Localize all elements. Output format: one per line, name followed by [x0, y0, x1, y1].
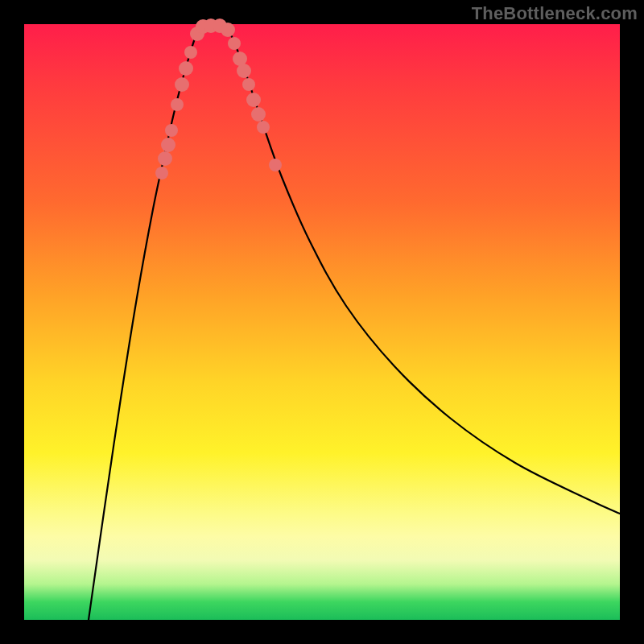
data-marker: [171, 98, 184, 111]
data-marker: [221, 23, 235, 37]
data-marker: [179, 61, 193, 76]
curve-bottleneck-curve-left: [89, 24, 201, 620]
data-marker: [158, 151, 172, 166]
data-marker: [228, 37, 241, 50]
chart-frame: TheBottleneck.com: [0, 0, 644, 644]
watermark-text: TheBottleneck.com: [472, 3, 638, 24]
data-marker: [175, 77, 189, 92]
curve-bottleneck-curve-right: [225, 24, 620, 514]
data-marker: [251, 107, 266, 122]
data-marker: [184, 46, 197, 59]
data-marker: [246, 93, 261, 107]
data-marker: [257, 121, 270, 134]
data-marker: [269, 159, 282, 171]
data-marker: [155, 167, 168, 180]
data-marker: [161, 138, 175, 152]
curve-svg: [24, 24, 620, 620]
plot-area: [24, 24, 620, 620]
data-marker: [237, 64, 251, 78]
data-marker: [242, 78, 255, 91]
data-marker: [165, 124, 178, 137]
